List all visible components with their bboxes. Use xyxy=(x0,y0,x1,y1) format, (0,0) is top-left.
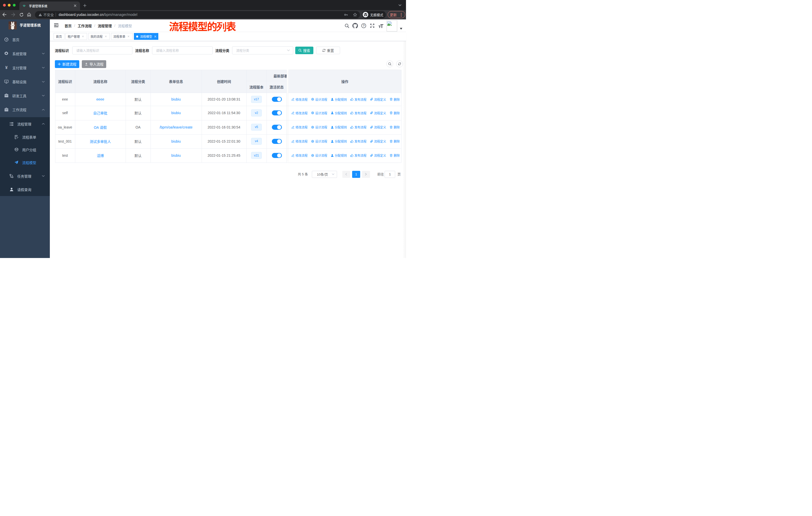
svg-text:?: ? xyxy=(363,24,365,27)
